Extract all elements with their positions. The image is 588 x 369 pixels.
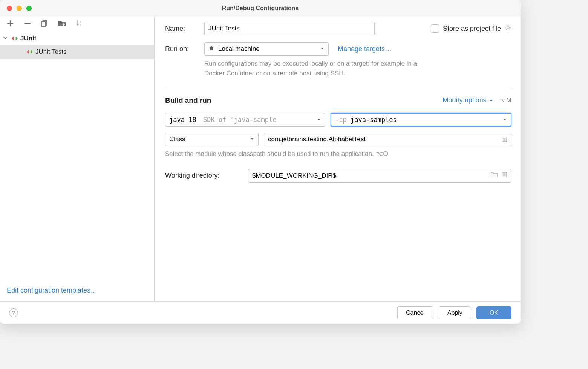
jdk-prefix: java 18	[169, 116, 196, 124]
name-label: Name:	[165, 25, 198, 33]
svg-text:z: z	[80, 23, 81, 26]
name-input[interactable]: JUnit Tests	[204, 22, 375, 35]
jdk-suffix: SDK of 'java-sample	[203, 116, 276, 124]
cancel-button[interactable]: Cancel	[397, 306, 433, 319]
folder-icon[interactable]	[491, 172, 498, 180]
working-dir-row: Working directory: $MODULE_WORKING_DIR$	[165, 169, 511, 183]
gear-icon[interactable]	[505, 24, 511, 33]
chevron-down-icon	[317, 116, 321, 124]
tree-node-label: JUnit Tests	[35, 48, 67, 56]
config-tree: JUnit JUnit Tests	[0, 32, 154, 281]
class-help: Select the module whose classpath should…	[165, 150, 511, 158]
junit-icon	[11, 35, 18, 42]
runon-label: Run on:	[165, 45, 198, 53]
working-dir-input[interactable]: $MODULE_WORKING_DIR$	[248, 169, 511, 183]
main-area: az JUnit JUnit Tests	[0, 17, 521, 301]
build-row-2: Class com.jetbrains.testing.AlphabetTest	[165, 133, 511, 146]
copy-config-icon[interactable]	[41, 19, 49, 27]
sort-config-icon[interactable]: az	[75, 19, 84, 27]
runon-help: Run configurations may be executed local…	[204, 59, 438, 79]
modify-options-wrap: Modify options ⌥M	[443, 96, 511, 104]
home-icon	[208, 45, 214, 53]
add-config-icon[interactable]	[6, 19, 14, 27]
testkind-select[interactable]: Class	[165, 133, 259, 146]
dialog-footer: ? Cancel Apply OK	[0, 301, 521, 324]
runon-select[interactable]: Local machine	[204, 42, 329, 56]
svg-point-4	[507, 27, 509, 29]
expand-icon[interactable]	[501, 172, 507, 180]
minimize-window-button[interactable]	[17, 6, 22, 11]
working-dir-value: $MODULE_WORKING_DIR$	[252, 172, 336, 180]
chevron-down-icon	[250, 136, 254, 143]
sidebar-footer: Edit configuration templates…	[0, 281, 154, 301]
manage-targets-link[interactable]: Manage targets…	[338, 45, 392, 53]
build-row-1: java 18 SDK of 'java-sample -cp java-sam…	[165, 113, 511, 127]
chevron-down-icon	[489, 98, 493, 103]
runon-value: Local machine	[218, 45, 260, 53]
tree-node-junit[interactable]: JUnit	[0, 32, 154, 45]
remove-config-icon[interactable]	[23, 19, 32, 27]
cp-value: java-samples	[351, 116, 397, 124]
class-value: com.jetbrains.testing.AlphabetTest	[268, 136, 366, 143]
build-run-header: Build and run Modify options ⌥M	[165, 96, 511, 105]
store-checkbox[interactable]	[431, 24, 439, 33]
store-label: Store as project file	[443, 25, 501, 33]
jdk-select[interactable]: java 18 SDK of 'java-sample	[165, 113, 325, 127]
tree-node-junit-tests[interactable]: JUnit Tests	[0, 45, 154, 59]
divider	[165, 88, 511, 88]
tree-node-label: JUnit	[20, 35, 37, 42]
apply-button[interactable]: Apply	[439, 306, 471, 319]
testkind-value: Class	[169, 136, 185, 143]
maximize-window-button[interactable]	[26, 6, 32, 11]
sidebar-toolbar: az	[0, 17, 154, 32]
edit-templates-link[interactable]: Edit configuration templates…	[7, 287, 97, 294]
svg-rect-1	[42, 22, 46, 26]
configurations-dialog: Run/Debug Configurations az	[0, 0, 521, 324]
classpath-select[interactable]: -cp java-samples	[331, 113, 511, 127]
window-controls	[0, 6, 32, 11]
save-config-icon[interactable]	[58, 19, 66, 27]
chevron-down-icon	[502, 116, 507, 124]
close-window-button[interactable]	[7, 6, 12, 11]
section-title: Build and run	[165, 96, 211, 105]
store-wrap: Store as project file	[431, 24, 511, 33]
name-row: Name: JUnit Tests Store as project file	[165, 22, 511, 35]
cp-prefix: -cp	[335, 116, 347, 124]
help-button[interactable]: ?	[9, 308, 18, 317]
name-value: JUnit Tests	[208, 25, 240, 32]
junit-icon	[26, 49, 33, 55]
modify-options-label: Modify options	[443, 96, 487, 104]
titlebar: Run/Debug Configurations	[0, 0, 521, 17]
expand-icon[interactable]	[501, 136, 507, 142]
modify-shortcut: ⌥M	[499, 97, 511, 104]
modify-options-link[interactable]: Modify options	[443, 96, 493, 104]
chevron-down-icon	[3, 35, 9, 42]
dialog-title: Run/Debug Configurations	[0, 5, 521, 12]
chevron-down-icon	[320, 45, 325, 53]
form-content: Name: JUnit Tests Store as project file …	[155, 17, 521, 301]
sidebar: az JUnit JUnit Tests	[0, 17, 155, 301]
ok-button[interactable]: OK	[476, 306, 511, 319]
runon-row: Run on: Local machine Manage targets…	[165, 42, 511, 56]
svg-text:a: a	[80, 20, 81, 23]
class-input[interactable]: com.jetbrains.testing.AlphabetTest	[264, 133, 511, 146]
working-dir-label: Working directory:	[165, 172, 243, 180]
